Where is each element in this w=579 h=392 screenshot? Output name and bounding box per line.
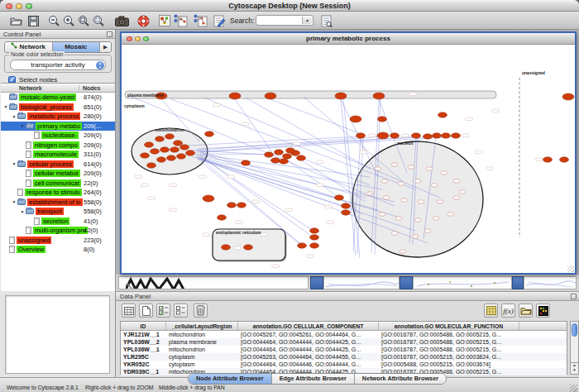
- help-icon[interactable]: [136, 13, 151, 28]
- network-node[interactable]: [356, 133, 366, 138]
- network-node[interactable]: [560, 157, 569, 162]
- network-node[interactable]: [377, 132, 389, 139]
- float-panel-icon[interactable]: [107, 31, 112, 37]
- background-window-fragment[interactable]: [413, 276, 512, 289]
- table-scrollbar[interactable]: ▲▼: [570, 321, 579, 375]
- node-color-select[interactable]: transporter activity ▲▼: [10, 60, 106, 70]
- new-attribute-icon[interactable]: [139, 304, 153, 318]
- network-node[interactable]: [265, 152, 274, 157]
- attribute-table-header[interactable]: ID_cellularLayoutRegionannotation.GO CEL…: [121, 322, 567, 331]
- network-node[interactable]: [562, 93, 574, 100]
- zoom-out-icon[interactable]: [46, 13, 61, 28]
- network-node[interactable]: [442, 133, 451, 138]
- network-node[interactable]: [203, 195, 214, 202]
- vizmapper-icon[interactable]: [157, 13, 172, 28]
- network-node[interactable]: [423, 134, 433, 139]
- network-node[interactable]: [141, 153, 150, 158]
- network-node[interactable]: [174, 141, 183, 146]
- tree-row[interactable]: unassigned223(0): [1, 236, 115, 246]
- network-node[interactable]: [350, 116, 361, 122]
- table-row[interactable]: YJR121W__1mitochondrion[GO:0045267, GO:0…: [121, 331, 567, 338]
- tree-row[interactable]: nucleobase-209(0): [1, 131, 115, 141]
- expander-icon[interactable]: ▼: [11, 114, 17, 119]
- tab-edge-attribute-browser[interactable]: Edge Attribute Browser: [272, 374, 355, 384]
- network-node[interactable]: [145, 142, 154, 147]
- column-header[interactable]: ID: [121, 322, 166, 330]
- tree-row[interactable]: ▼cellular process614(0): [1, 160, 115, 170]
- scrollbar-thumb[interactable]: [572, 323, 577, 337]
- delete-attribute-icon[interactable]: [194, 304, 208, 318]
- tree-row[interactable]: response to stimulu264(0): [1, 188, 115, 198]
- network-node[interactable]: [433, 133, 442, 138]
- network-view-window[interactable]: primary metabolic process plasma membran…: [120, 31, 577, 275]
- tree-row[interactable]: secretion41(0): [1, 217, 115, 227]
- network-node[interactable]: [167, 155, 176, 160]
- tree-row[interactable]: nitrogen compo209(0): [1, 141, 115, 151]
- tab-network-attribute-browser[interactable]: Network Attribute Browser: [355, 374, 446, 384]
- network-node[interactable]: [186, 151, 195, 155]
- network-node[interactable]: [160, 147, 170, 152]
- birdseye-view[interactable]: [5, 295, 110, 374]
- window-resize-grip-icon[interactable]: [570, 385, 577, 392]
- tree-row[interactable]: ▼transport558(0): [1, 207, 115, 217]
- table-row[interactable]: YPL036W__1mitochondrion[GO:0044464, GO:0…: [121, 346, 567, 353]
- scrollbar-arrows-icon[interactable]: ▲▼: [571, 362, 578, 374]
- tree-row[interactable]: ▼primary metabo209(...: [1, 122, 115, 131]
- search-input[interactable]: ▾: [256, 15, 313, 26]
- network-node[interactable]: [390, 133, 400, 138]
- tree-row[interactable]: mosaic-demo-yeast874(0): [1, 93, 115, 103]
- network-node[interactable]: [335, 93, 347, 99]
- background-window-fragment[interactable]: [323, 276, 400, 289]
- import-attributes-icon[interactable]: [484, 304, 498, 318]
- network-node[interactable]: [265, 93, 276, 99]
- network-node[interactable]: [335, 195, 344, 200]
- open-attribute-file-icon[interactable]: [519, 304, 533, 318]
- network-node[interactable]: [280, 159, 289, 164]
- network-window-titlebar[interactable]: primary metabolic process: [122, 33, 575, 45]
- network-node[interactable]: [170, 147, 179, 152]
- matrix-icon[interactable]: [536, 304, 550, 318]
- background-window-fragment[interactable]: [524, 276, 577, 289]
- network-node[interactable]: [378, 117, 387, 122]
- tree-row[interactable]: cellular metabol209(0): [1, 169, 115, 179]
- tree-row[interactable]: cell communicat22(0): [1, 179, 115, 189]
- network-node[interactable]: [452, 133, 461, 138]
- select-all-attributes-icon[interactable]: [156, 304, 170, 318]
- network-node[interactable]: [218, 215, 227, 220]
- column-header[interactable]: annotation.GO CELLULAR_COMPONENT: [238, 322, 379, 330]
- tree-row[interactable]: Overview8(0): [1, 245, 115, 255]
- background-window-fragment[interactable]: [118, 276, 309, 289]
- combo-stepper-icon[interactable]: ▲▼: [96, 61, 104, 70]
- network-node[interactable]: [205, 131, 214, 136]
- function-builder-icon[interactable]: f(x): [501, 304, 515, 318]
- network-node[interactable]: [222, 245, 231, 250]
- table-row[interactable]: YLR295Ccytoplasm[GO:0045263, GO:0044464,…: [121, 353, 567, 361]
- network-node[interactable]: [310, 243, 319, 248]
- attribute-select-icon[interactable]: [122, 304, 136, 318]
- network-canvas[interactable]: plasma membranecytoplasmmitochondrionnuc…: [122, 45, 575, 273]
- tabs-overflow-arrow[interactable]: ▶: [100, 42, 111, 52]
- search-dropdown-icon[interactable]: ▾: [302, 17, 312, 24]
- open-icon[interactable]: [8, 13, 23, 28]
- resize-grip-icon[interactable]: [567, 265, 574, 272]
- expander-icon[interactable]: ▼: [11, 199, 17, 204]
- zoom-fit-icon[interactable]: [76, 13, 91, 28]
- compartment-plasma-membrane[interactable]: [125, 91, 496, 98]
- table-row[interactable]: YKR052Ccytoplasm[GO:0044464, GO:0044446,…: [121, 361, 567, 368]
- annotation-icon[interactable]: [212, 13, 227, 28]
- zoom-selected-icon[interactable]: [91, 13, 106, 28]
- table-row[interactable]: YPL036W__2plasma membrane[GO:0044464, GO…: [121, 338, 567, 346]
- float-panel-icon[interactable]: [571, 294, 577, 299]
- expander-icon[interactable]: ▼: [19, 209, 26, 214]
- network-node[interactable]: [229, 93, 241, 99]
- network-tool-1-icon[interactable]: [173, 13, 188, 28]
- tab-node-attribute-browser[interactable]: Node Attribute Browser: [189, 374, 272, 384]
- network-node[interactable]: [275, 150, 284, 155]
- network-node[interactable]: [543, 157, 553, 162]
- network-node[interactable]: [147, 163, 156, 168]
- network-node[interactable]: [165, 134, 175, 139]
- window-titlebar[interactable]: Cytoscape Desktop (New Session): [0, 0, 579, 12]
- network-node[interactable]: [151, 149, 160, 154]
- network-node[interactable]: [242, 160, 251, 165]
- network-node[interactable]: [180, 145, 189, 150]
